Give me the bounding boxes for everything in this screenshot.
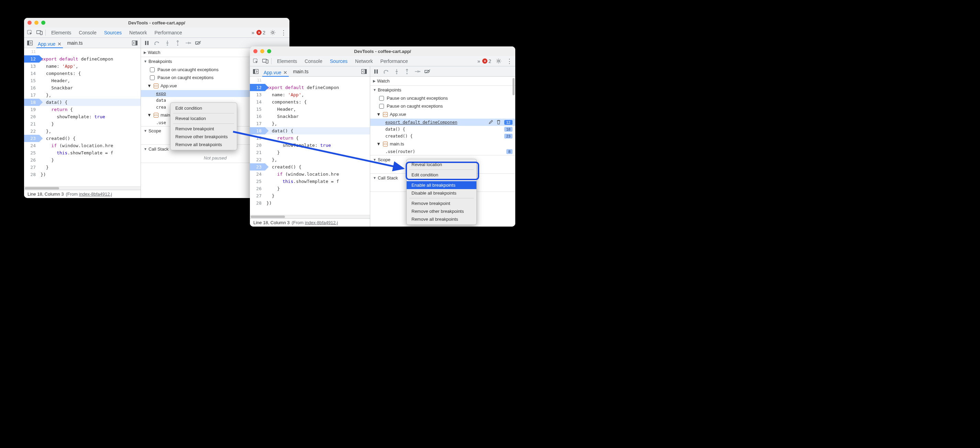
step-over-icon[interactable] [154, 40, 160, 46]
tab-performance[interactable]: Performance [153, 28, 183, 37]
horizontal-scrollbar[interactable] [24, 187, 141, 190]
debugger-panel: ▶Watch ▼Breakpoints Pause on uncaught ex… [370, 66, 515, 226]
devtools-window-after: DevTools - coffee-cart.app/ Elements Con… [250, 46, 515, 226]
titlebar: DevTools - coffee-cart.app/ [250, 46, 515, 56]
tab-console[interactable]: Console [77, 28, 98, 37]
device-toggle-icon[interactable] [262, 57, 269, 65]
error-count[interactable]: 2 [256, 30, 266, 35]
vue-file-icon: <> [154, 84, 159, 88]
more-tabs-icon[interactable]: » [251, 30, 253, 35]
edit-icon[interactable] [488, 120, 493, 125]
breakpoint-context-menu-old: Edit condition Reveal location Remove br… [170, 102, 237, 150]
line-number-badge: 8 [506, 149, 512, 154]
svg-rect-18 [253, 69, 255, 73]
bp-entry[interactable]: created() { 23 [370, 133, 515, 140]
ctx-reveal-location[interactable]: Reveal location [170, 115, 237, 123]
error-count-value: 2 [488, 59, 491, 64]
pause-caught-toggle[interactable]: Pause on caught exceptions [370, 102, 515, 110]
watch-section[interactable]: ▶Watch [370, 77, 515, 85]
ctx-edit-condition[interactable]: Edit condition [170, 104, 237, 112]
vue-file-icon: <> [383, 142, 388, 147]
inspect-icon[interactable] [252, 57, 259, 65]
source-map-link[interactable]: index-8bfa4912.j [79, 191, 112, 197]
svg-rect-16 [266, 60, 268, 63]
tab-console[interactable]: Console [303, 56, 323, 66]
source-tab-maints[interactable]: main.ts [291, 67, 310, 76]
bp-entry[interactable]: export default defineComponen 12 [370, 119, 515, 126]
ctx-remove-other[interactable]: Remove other breakpoints [170, 133, 237, 140]
code-editor[interactable]: 1112export default defineCompon13 name: … [24, 48, 141, 190]
navigator-toggle-icon[interactable] [26, 39, 34, 47]
debugger-toggle-icon[interactable] [360, 68, 368, 75]
inspect-icon[interactable] [26, 29, 34, 37]
window-title: DevTools - coffee-cart.app/ [24, 20, 290, 26]
window-title: DevTools - coffee-cart.app/ [250, 49, 515, 54]
code-editor[interactable]: 1112export default defineCompon13 name: … [250, 77, 370, 218]
vertical-scrollbar[interactable] [512, 78, 515, 95]
tab-elements[interactable]: Elements [50, 28, 73, 37]
source-tab-maints[interactable]: main.ts [66, 39, 84, 47]
kebab-menu-icon[interactable]: ⋮ [280, 29, 287, 37]
breakpoint-context-menu-new: Reveal location Edit condition Enable al… [406, 159, 477, 225]
bp-file-appvue[interactable]: ▼<> App.vue [370, 110, 515, 119]
vue-file-icon: <> [383, 112, 388, 117]
svg-point-25 [406, 73, 408, 74]
bp-entry[interactable]: data() { 18 [370, 126, 515, 133]
tab-network[interactable]: Network [354, 56, 374, 66]
bp-entry[interactable]: .use(router) 8 [370, 148, 515, 155]
tab-network[interactable]: Network [128, 28, 148, 37]
source-tab-label: main.ts [67, 40, 83, 46]
ctx-reveal-location[interactable]: Reveal location [407, 161, 476, 169]
svg-point-24 [396, 73, 397, 74]
ctx-enable-all[interactable]: Enable all breakpoints [407, 181, 476, 189]
bp-file-maints[interactable]: ▼<> main.ts [370, 140, 515, 148]
step-out-icon[interactable] [175, 40, 181, 46]
navigator-toggle-icon[interactable] [252, 68, 259, 75]
ctx-remove-breakpoint[interactable]: Remove breakpoint [170, 125, 237, 133]
debugger-toggle-icon[interactable] [131, 39, 138, 47]
step-icon[interactable] [414, 69, 420, 75]
ctx-remove-all[interactable]: Remove all breakpoints [407, 215, 476, 223]
tab-elements[interactable]: Elements [276, 56, 298, 66]
svg-rect-7 [145, 41, 146, 45]
close-tab-icon[interactable]: ✕ [57, 41, 62, 47]
step-into-icon[interactable] [394, 69, 400, 75]
source-tab-appvue[interactable]: App.vue ✕ [37, 40, 63, 48]
error-count-value: 2 [262, 30, 266, 35]
horizontal-scrollbar[interactable] [250, 215, 370, 218]
panel-tabs: Elements Console Sources Network Perform… [276, 56, 409, 66]
more-tabs-icon[interactable]: » [477, 58, 479, 64]
svg-point-12 [190, 42, 191, 44]
deactivate-bp-icon[interactable] [195, 40, 201, 46]
settings-gear-icon[interactable] [269, 29, 276, 37]
pause-uncaught-toggle[interactable]: Pause on uncaught exceptions [370, 94, 515, 102]
breakpoints-section[interactable]: ▼Breakpoints [370, 86, 515, 94]
step-into-icon[interactable] [164, 40, 170, 46]
device-toggle-icon[interactable] [36, 29, 43, 37]
pause-icon[interactable] [144, 40, 150, 46]
ctx-edit-condition[interactable]: Edit condition [407, 171, 476, 179]
ctx-remove-all[interactable]: Remove all breakpoints [170, 140, 237, 148]
step-out-icon[interactable] [404, 69, 410, 75]
deactivate-bp-icon[interactable] [425, 69, 431, 75]
step-over-icon[interactable] [383, 69, 390, 75]
ctx-remove-other[interactable]: Remove other breakpoints [407, 207, 476, 215]
source-tab-label: App.vue [264, 70, 281, 75]
pause-icon[interactable] [373, 69, 379, 75]
tab-performance[interactable]: Performance [379, 56, 409, 66]
source-tab-label: main.ts [293, 69, 308, 74]
svg-rect-4 [27, 41, 29, 45]
source-tab-appvue[interactable]: App.vue ✕ [262, 69, 289, 77]
ctx-remove-breakpoint[interactable]: Remove breakpoint [407, 199, 476, 207]
svg-point-26 [419, 71, 420, 72]
error-count[interactable]: 2 [482, 59, 491, 64]
close-tab-icon[interactable]: ✕ [283, 70, 287, 75]
trash-icon[interactable] [496, 120, 501, 125]
source-map-link[interactable]: index-8bfa4912.j [305, 220, 338, 225]
step-icon[interactable] [185, 40, 191, 46]
settings-gear-icon[interactable] [495, 57, 502, 65]
kebab-menu-icon[interactable]: ⋮ [506, 57, 513, 65]
main-toolbar: Elements Console Sources Network Perform… [24, 27, 290, 38]
ctx-disable-all[interactable]: Disable all breakpoints [407, 189, 476, 197]
editor-statusbar: Line 18, Column 3 (From index-8bfa4912.j [24, 190, 141, 198]
